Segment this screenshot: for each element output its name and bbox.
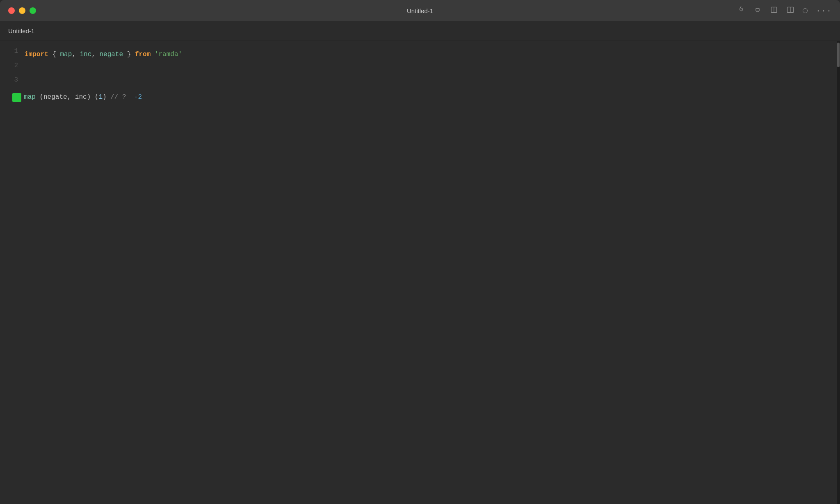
- fn-map-call: map: [24, 90, 36, 104]
- punct-7: ): [103, 90, 110, 104]
- line-number-2: 2: [0, 59, 18, 73]
- comment-question: // ?: [110, 90, 130, 104]
- flame-icon[interactable]: [737, 6, 745, 16]
- flame-svg: [737, 6, 745, 14]
- result-value: -2: [130, 90, 142, 104]
- line-number-3: 3: [0, 73, 18, 87]
- title-bar-actions: ···: [737, 6, 832, 16]
- run-indicator: [12, 93, 21, 102]
- window: Untitled-1: [0, 0, 840, 504]
- empty-line: [25, 69, 29, 83]
- code-line-2: [25, 66, 837, 87]
- more-options-icon[interactable]: ···: [816, 6, 832, 16]
- editor[interactable]: 1 2 3 import { map, inc, negate } from '…: [0, 41, 840, 504]
- punct-3: ,: [91, 48, 99, 62]
- book-svg: [770, 6, 778, 14]
- punct-6: (negate, inc) (: [36, 90, 99, 104]
- line-numbers: 1 2 3: [0, 41, 25, 504]
- punct-4: }: [123, 48, 135, 62]
- traffic-lights: [8, 7, 36, 14]
- status-dot: [803, 8, 808, 13]
- close-button[interactable]: [8, 7, 15, 14]
- scrollbar[interactable]: [837, 41, 840, 504]
- svg-rect-0: [756, 8, 759, 11]
- code-line-3: map (negate, inc) (1) // ? -2: [25, 87, 837, 108]
- string-ramda: 'ramda': [155, 48, 182, 62]
- broadcast-icon[interactable]: [753, 6, 762, 16]
- book-icon[interactable]: [770, 6, 778, 16]
- number-1: 1: [98, 90, 103, 104]
- punct-1: {: [48, 48, 60, 62]
- window-title: Untitled-1: [407, 7, 433, 14]
- secondary-toolbar: Untitled-1: [0, 21, 840, 41]
- toolbar-filename: Untitled-1: [8, 27, 34, 34]
- minimize-button[interactable]: [19, 7, 25, 14]
- scrollbar-thumb[interactable]: [837, 43, 840, 67]
- punct-2: ,: [72, 48, 80, 62]
- status-indicator: [803, 8, 808, 13]
- fn-inc: inc: [80, 48, 91, 62]
- keyword-import: import: [25, 48, 48, 62]
- code-area[interactable]: import { map, inc, negate } from 'ramda'…: [25, 41, 837, 504]
- keyword-from: from: [135, 48, 151, 62]
- title-bar: Untitled-1: [0, 0, 840, 21]
- broadcast-svg: [753, 6, 762, 14]
- fn-negate: negate: [99, 48, 123, 62]
- code-line-1: import { map, inc, negate } from 'ramda': [25, 44, 837, 66]
- punct-5: [151, 48, 155, 62]
- fn-map: map: [60, 48, 72, 62]
- split-pane-icon[interactable]: [786, 6, 794, 16]
- line-number-1: 1: [0, 44, 18, 59]
- split-pane-svg: [786, 6, 794, 14]
- maximize-button[interactable]: [30, 7, 36, 14]
